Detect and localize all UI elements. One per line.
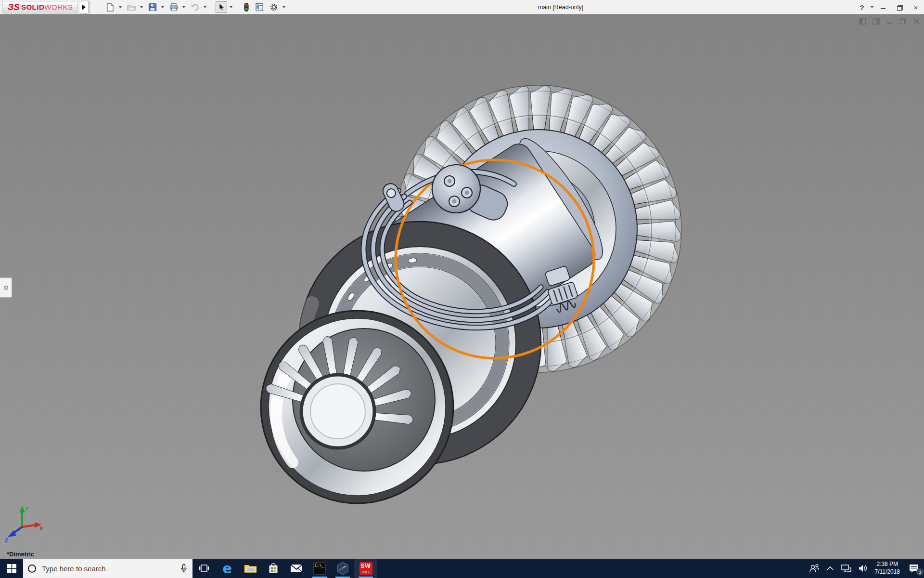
volume-button[interactable]	[855, 559, 871, 578]
solidworks-2017-button[interactable]: SW 2017	[354, 559, 377, 578]
action-center-button[interactable]: 3	[904, 559, 924, 578]
speaker-icon	[858, 564, 868, 573]
people-icon	[809, 564, 820, 573]
design-checker-button[interactable]	[253, 1, 266, 13]
dropdown-caret[interactable]	[182, 6, 185, 8]
network-button[interactable]	[837, 559, 855, 578]
restore-icon	[897, 5, 902, 10]
tray-date: 7/11/2018	[875, 568, 900, 576]
windows-taskbar: e C:\_ SW 2017	[0, 559, 924, 578]
minimize-icon	[881, 8, 886, 9]
chevron-up-icon	[826, 566, 834, 571]
command-prompt-button[interactable]: C:\_	[308, 559, 331, 578]
panel-tab-icon	[4, 286, 8, 290]
tray-time: 2:38 PM	[875, 561, 900, 568]
task-view-button[interactable]	[192, 559, 216, 578]
logo-text-solid: SOLID	[21, 3, 44, 11]
logo-text-works: WORKS	[44, 3, 73, 11]
command-prompt-icon: C:\_	[313, 562, 326, 575]
store-button[interactable]	[262, 559, 285, 578]
open-button[interactable]	[125, 1, 138, 13]
hexagon-app-icon	[336, 562, 349, 575]
solidworks-window: ЗS SOLIDWORKS	[0, 0, 924, 578]
task-view-icon	[199, 563, 209, 574]
show-hidden-icons-button[interactable]	[823, 559, 837, 578]
people-button[interactable]	[806, 559, 823, 578]
menu-flyout-button[interactable]	[79, 1, 89, 13]
minimize-button[interactable]	[875, 0, 891, 14]
show-feature-pane-icon[interactable]	[859, 18, 866, 25]
network-icon	[841, 564, 851, 573]
view-orientation-label: *Dimetric	[7, 551, 34, 558]
solidworks-logo: ЗS SOLIDWORKS	[2, 1, 78, 13]
save-button[interactable]	[146, 1, 159, 13]
task-list-icon	[255, 2, 264, 12]
edge-button[interactable]: e	[216, 559, 239, 578]
help-button[interactable]: ?	[854, 0, 870, 14]
print-icon	[169, 2, 179, 12]
mdi-restore-icon[interactable]	[899, 18, 907, 25]
help-caret[interactable]	[871, 6, 873, 8]
hexagon-app-button[interactable]	[331, 559, 354, 578]
mdi-minimize-icon[interactable]	[886, 18, 893, 25]
view-status-button[interactable]	[242, 1, 251, 13]
axis-z-label: Z	[5, 538, 8, 542]
dropdown-caret[interactable]	[204, 6, 206, 8]
file-explorer-button[interactable]	[239, 559, 262, 578]
undo-icon	[190, 2, 200, 12]
print-button[interactable]	[167, 1, 180, 13]
clock[interactable]: 2:38 PM 7/11/2018	[871, 559, 904, 578]
dropdown-caret[interactable]	[161, 6, 164, 8]
file-explorer-icon	[244, 563, 257, 574]
notification-badge: 3	[916, 568, 924, 576]
dropdown-caret[interactable]	[140, 6, 143, 8]
store-icon	[268, 563, 279, 574]
mail-icon	[290, 564, 303, 573]
axis-y-label: Y	[25, 506, 29, 512]
dropdown-caret[interactable]	[230, 6, 232, 8]
save-icon	[148, 2, 157, 12]
dropdown-caret[interactable]	[119, 6, 122, 8]
mail-button[interactable]	[285, 559, 308, 578]
document-title: main [Read-only]	[508, 0, 614, 14]
gear-icon	[269, 2, 279, 12]
mdi-close-icon[interactable]	[913, 18, 920, 25]
collapsed-panel-tab[interactable]	[0, 277, 12, 298]
dassault-logo-icon: ЗS	[8, 2, 20, 13]
undo-button[interactable]	[189, 1, 201, 13]
select-tool-button[interactable]	[216, 1, 227, 13]
titlebar: ЗS SOLIDWORKS	[0, 0, 924, 14]
start-button[interactable]	[0, 559, 23, 578]
quick-access-toolbar	[104, 1, 287, 13]
new-document-icon	[105, 2, 115, 12]
orientation-triad: Y X Z	[4, 505, 44, 542]
solidworks-app-icon: SW 2017	[359, 562, 372, 575]
flyout-arrow-icon	[82, 4, 86, 10]
traffic-light-icon	[243, 2, 250, 12]
windows-logo-icon	[7, 564, 16, 573]
cortana-icon	[28, 565, 36, 573]
close-button[interactable]: ×	[908, 0, 924, 14]
show-display-pane-icon[interactable]	[873, 18, 880, 25]
jet-engine-model	[0, 14, 924, 559]
intake-cone-assembly	[261, 311, 453, 503]
mdi-window-controls	[859, 18, 920, 25]
select-cursor-icon	[217, 3, 226, 12]
dropdown-caret[interactable]	[282, 6, 285, 8]
taskbar-search[interactable]	[23, 559, 192, 578]
graphics-viewport[interactable]: Y X Z *Dimetric	[0, 14, 924, 559]
window-controls: ? ×	[854, 0, 924, 14]
restore-button[interactable]	[891, 0, 908, 14]
options-button[interactable]	[268, 1, 280, 13]
edge-icon: e	[222, 562, 232, 576]
search-input[interactable]	[42, 565, 180, 573]
axis-x-label: X	[39, 525, 43, 531]
system-tray: 2:38 PM 7/11/2018 3	[806, 559, 924, 578]
new-document-button[interactable]	[104, 1, 116, 13]
open-icon	[127, 2, 136, 12]
microphone-icon[interactable]	[180, 564, 188, 573]
